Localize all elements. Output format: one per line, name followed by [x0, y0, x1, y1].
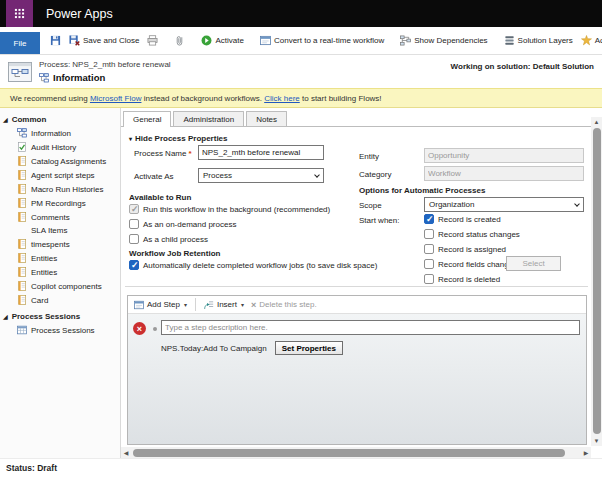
left-navigation: ◢Common Information Audit History Catalo…	[0, 108, 121, 458]
microsoft-flow-link[interactable]: Microsoft Flow	[90, 94, 142, 103]
caret-down-icon: ▾	[129, 136, 132, 142]
delete-step-button[interactable]: × Delete this step.	[249, 300, 319, 310]
run-in-background-checkbox[interactable]: Run this workflow in the background (rec…	[129, 204, 330, 214]
record-assigned-checkbox[interactable]: Record is assigned	[424, 244, 506, 254]
sidebar-item-label: Comments	[31, 213, 70, 222]
scroll-left-icon[interactable]: ◀	[121, 447, 131, 458]
save-icon	[50, 35, 61, 46]
sidebar-item-entities-1[interactable]: Entities	[0, 251, 120, 265]
hide-process-properties-toggle[interactable]: ▾Hide Process Properties	[129, 134, 228, 143]
required-marker: *	[188, 149, 191, 158]
sidebar-item-copilot-components[interactable]: Copilot components	[0, 279, 120, 293]
document-icon	[17, 267, 27, 277]
checkbox-unchecked-icon	[424, 244, 434, 254]
checkbox-label: Record is created	[438, 215, 501, 224]
tab-administration[interactable]: Administration	[173, 111, 244, 126]
sidebar-item-catalog-assignments[interactable]: Catalog Assignments	[0, 154, 120, 168]
sidebar-item-card[interactable]: Card	[0, 293, 120, 307]
sidebar-item-process-sessions[interactable]: Process Sessions	[0, 323, 120, 337]
save-button[interactable]	[47, 33, 64, 48]
app-top-bar: Power Apps	[0, 0, 602, 27]
process-window-icon	[8, 62, 32, 82]
activate-as-select[interactable]: Process	[198, 168, 324, 183]
solution-layers-button[interactable]: Solution Layers	[501, 33, 576, 48]
checkbox-unchecked-icon	[424, 274, 434, 284]
activate-icon	[201, 35, 212, 46]
tab-general[interactable]: General	[123, 111, 171, 127]
vertical-scrollbar[interactable]: ▲ ▼	[591, 117, 602, 446]
sidebar-item-comments[interactable]: Comments	[0, 210, 120, 224]
record-created-checkbox[interactable]: Record is created	[424, 214, 501, 224]
show-dependencies-button[interactable]: Show Dependencies	[397, 33, 490, 48]
sidebar-item-label: Catalog Assignments	[31, 157, 106, 166]
checkbox-checked-icon	[129, 260, 139, 270]
toolbar-separator	[195, 298, 196, 311]
solution-layers-label: Solution Layers	[518, 36, 573, 45]
sidebar-item-sla-items[interactable]: SLA Items	[0, 224, 120, 237]
step-editor-panel: Add Step ▾ Insert ▾ × Delete this step. …	[127, 295, 587, 445]
solution-layers-icon	[504, 35, 515, 46]
status-bar: Status: Draft	[0, 458, 602, 481]
actions-menu-button[interactable]: Actions ▾	[578, 33, 602, 48]
scroll-right-icon[interactable]: ▶	[581, 447, 591, 458]
click-here-link[interactable]: Click here	[264, 94, 300, 103]
activate-button[interactable]: Activate	[198, 33, 246, 48]
step-description-input[interactable]	[161, 320, 580, 335]
sidebar-item-audit-history[interactable]: Audit History	[0, 140, 120, 154]
entity-field	[424, 148, 584, 163]
attach-button[interactable]	[171, 33, 188, 48]
document-icon	[17, 198, 27, 208]
sidebar-item-pm-recordings[interactable]: PM Recordings	[0, 196, 120, 210]
working-on-solution: Working on solution: Default Solution	[451, 60, 594, 71]
checkbox-label: Record status changes	[438, 230, 520, 239]
checkbox-label: Record fields change	[438, 260, 513, 269]
convert-realtime-button[interactable]: Convert to a real-time workflow	[257, 33, 387, 48]
checkbox-label: Record is deleted	[438, 275, 500, 284]
command-bar: File Save and Close Activate Convert to …	[0, 27, 602, 55]
banner-text: We recommend using	[10, 94, 90, 103]
select-fields-button[interactable]: Select	[506, 256, 561, 271]
scroll-up-icon[interactable]: ▲	[591, 117, 602, 127]
record-fields-change-checkbox[interactable]: Record fields change	[424, 259, 513, 269]
horizontal-scrollbar-thumb[interactable]	[133, 449, 565, 457]
workflow-icon	[17, 128, 27, 138]
on-demand-process-checkbox[interactable]: As an on-demand process	[129, 219, 236, 229]
page-header: Process: NPS_2_mth before renewal Inform…	[0, 55, 602, 88]
sidebar-item-label: Information	[31, 129, 71, 138]
sidebar-section-common[interactable]: ◢Common	[0, 113, 120, 126]
chevron-down-icon	[574, 201, 580, 207]
process-name-field[interactable]	[198, 145, 324, 160]
document-icon	[17, 184, 27, 194]
save-and-close-button[interactable]: Save and Close	[66, 33, 142, 48]
sessions-grid-icon	[17, 325, 27, 335]
print-button[interactable]	[144, 33, 161, 48]
scope-value: Organization	[429, 200, 474, 209]
waffle-menu-icon[interactable]	[6, 0, 33, 27]
sidebar-item-entities-2[interactable]: Entities	[0, 265, 120, 279]
sidebar-item-information[interactable]: Information	[0, 126, 120, 140]
section-label: Process Sessions	[12, 312, 80, 321]
sidebar-item-label: Agent script steps	[31, 171, 95, 180]
actions-label: Actions	[595, 36, 602, 45]
child-process-checkbox[interactable]: As a child process	[129, 234, 208, 244]
form-content: General Administration Notes ▾Hide Proce…	[121, 108, 602, 458]
insert-button[interactable]: Insert ▾	[202, 300, 246, 310]
sidebar-item-agent-script-steps[interactable]: Agent script steps	[0, 168, 120, 182]
horizontal-scrollbar[interactable]: ◀ ▶	[121, 447, 591, 458]
scroll-down-icon[interactable]: ▼	[591, 436, 602, 446]
auto-delete-jobs-checkbox[interactable]: Automatically delete completed workflow …	[129, 260, 377, 270]
set-properties-button[interactable]: Set Properties	[275, 341, 343, 355]
tab-notes[interactable]: Notes	[246, 111, 287, 126]
add-step-button[interactable]: Add Step ▾	[132, 300, 189, 310]
record-status-changes-checkbox[interactable]: Record status changes	[424, 229, 520, 239]
file-tab[interactable]: File	[0, 32, 40, 54]
checkbox-unchecked-icon	[424, 229, 434, 239]
record-deleted-checkbox[interactable]: Record is deleted	[424, 274, 500, 284]
sidebar-section-process-sessions[interactable]: ◢Process Sessions	[0, 310, 120, 323]
vertical-scrollbar-thumb[interactable]	[593, 128, 601, 434]
scope-select[interactable]: Organization	[424, 197, 584, 212]
sidebar-item-timespents[interactable]: timespents	[0, 237, 120, 251]
sidebar-item-macro-run-histories[interactable]: Macro Run Histories	[0, 182, 120, 196]
activate-as-value: Process	[203, 171, 232, 180]
checkbox-label: As a child process	[143, 235, 208, 244]
